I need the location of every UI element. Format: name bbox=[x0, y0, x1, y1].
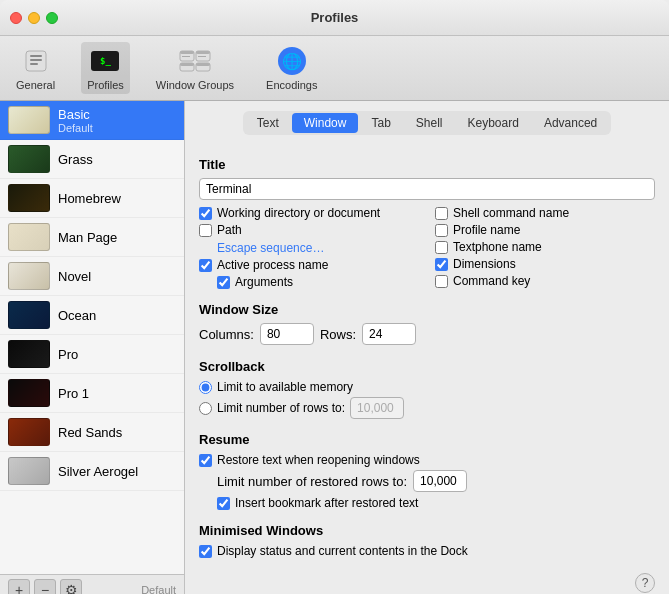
limit-memory-row: Limit to available memory bbox=[199, 380, 655, 394]
textphone-checkbox[interactable] bbox=[435, 241, 448, 254]
active-process-label: Active process name bbox=[217, 258, 328, 272]
title-right-col: Shell command name Profile name Textphon… bbox=[435, 206, 655, 292]
window-size-label: Window Size bbox=[199, 302, 655, 317]
working-directory-checkbox[interactable] bbox=[199, 207, 212, 220]
tab-tab[interactable]: Tab bbox=[359, 113, 402, 133]
tab-bar-inner: Text Window Tab Shell Keyboard Advanced bbox=[243, 111, 612, 135]
toolbar-general[interactable]: General bbox=[10, 42, 61, 94]
shell-command-checkbox[interactable] bbox=[435, 207, 448, 220]
dimensions-checkbox[interactable] bbox=[435, 258, 448, 271]
svg-rect-9 bbox=[198, 56, 206, 57]
command-key-label: Command key bbox=[453, 274, 530, 288]
shell-command-row: Shell command name bbox=[435, 206, 655, 220]
rows-input[interactable] bbox=[362, 323, 416, 345]
toolbar-profiles[interactable]: $_ Profiles bbox=[81, 42, 130, 94]
pro-thumb bbox=[8, 340, 50, 368]
textphone-row: Textphone name bbox=[435, 240, 655, 254]
restore-text-checkbox[interactable] bbox=[199, 454, 212, 467]
limit-rows-radio[interactable] bbox=[199, 402, 212, 415]
content-wrapper: Text Window Tab Shell Keyboard Advanced … bbox=[185, 101, 669, 594]
limit-memory-radio[interactable] bbox=[199, 381, 212, 394]
limit-rows-row: Limit number of rows to: bbox=[199, 397, 655, 419]
tab-shell[interactable]: Shell bbox=[404, 113, 455, 133]
limit-rows-input[interactable] bbox=[350, 397, 404, 419]
display-status-label: Display status and current contents in t… bbox=[217, 544, 468, 558]
close-button[interactable] bbox=[10, 12, 22, 24]
content-area: Text Window Tab Shell Keyboard Advanced … bbox=[185, 101, 669, 571]
limit-restored-label: Limit number of restored rows to: bbox=[217, 474, 407, 489]
sidebar-item-pro[interactable]: Pro bbox=[0, 335, 184, 374]
profile-name-row: Profile name bbox=[435, 223, 655, 237]
settings-button[interactable]: ⚙ bbox=[60, 579, 82, 594]
sidebar-item-homebrew[interactable]: Homebrew bbox=[0, 179, 184, 218]
homebrew-thumb bbox=[8, 184, 50, 212]
minimize-button[interactable] bbox=[28, 12, 40, 24]
tab-window[interactable]: Window bbox=[292, 113, 359, 133]
shell-command-label: Shell command name bbox=[453, 206, 569, 220]
toolbar-windowgroups[interactable]: Window Groups bbox=[150, 42, 240, 94]
escape-sequence-link[interactable]: Escape sequence… bbox=[217, 241, 324, 255]
insert-bookmark-checkbox[interactable] bbox=[217, 497, 230, 510]
svg-rect-1 bbox=[30, 55, 42, 57]
limit-memory-label: Limit to available memory bbox=[217, 380, 353, 394]
windowgroups-label: Window Groups bbox=[156, 79, 234, 91]
remove-profile-button[interactable]: − bbox=[34, 579, 56, 594]
display-status-checkbox[interactable] bbox=[199, 545, 212, 558]
escape-sequence-row: Escape sequence… bbox=[199, 240, 419, 258]
gear-icon bbox=[20, 45, 52, 77]
pro-name: Pro bbox=[58, 347, 78, 362]
restore-text-row: Restore text when reopening windows bbox=[199, 453, 655, 467]
working-directory-label: Working directory or document bbox=[217, 206, 380, 220]
redsands-thumb bbox=[8, 418, 50, 446]
columns-input[interactable] bbox=[260, 323, 314, 345]
sidebar-item-redsands[interactable]: Red Sands bbox=[0, 413, 184, 452]
command-key-checkbox[interactable] bbox=[435, 275, 448, 288]
redsands-name: Red Sands bbox=[58, 425, 122, 440]
sidebar-item-manpage[interactable]: Man Page bbox=[0, 218, 184, 257]
sidebar-item-novel[interactable]: Novel bbox=[0, 257, 184, 296]
profiles-icon: $_ bbox=[89, 45, 121, 77]
limit-restored-row: Limit number of restored rows to: bbox=[217, 470, 655, 492]
help-button[interactable]: ? bbox=[635, 573, 655, 593]
sidebar-item-pro1[interactable]: Pro 1 bbox=[0, 374, 184, 413]
sidebar-item-grass[interactable]: Grass bbox=[0, 140, 184, 179]
sidebar-footer: + − ⚙ Default bbox=[0, 574, 184, 594]
path-checkbox[interactable] bbox=[199, 224, 212, 237]
titlebar: Profiles bbox=[0, 0, 669, 36]
title-input[interactable] bbox=[199, 178, 655, 200]
grass-name: Grass bbox=[58, 152, 93, 167]
homebrew-name: Homebrew bbox=[58, 191, 121, 206]
toolbar-encodings[interactable]: 🌐 Encodings bbox=[260, 42, 323, 94]
profile-list: Basic Default Grass Homebrew Man P bbox=[0, 101, 184, 574]
resume-label: Resume bbox=[199, 432, 655, 447]
tab-text[interactable]: Text bbox=[245, 113, 291, 133]
main-area: Basic Default Grass Homebrew Man P bbox=[0, 101, 669, 594]
profiles-label: Profiles bbox=[87, 79, 124, 91]
display-status-row: Display status and current contents in t… bbox=[199, 544, 655, 558]
title-checkboxes: Working directory or document Path Escap… bbox=[199, 206, 655, 292]
sidebar-item-basic[interactable]: Basic Default bbox=[0, 101, 184, 140]
limit-restored-input[interactable] bbox=[413, 470, 467, 492]
scrollback-label: Scrollback bbox=[199, 359, 655, 374]
rows-label: Rows: bbox=[320, 327, 356, 342]
add-profile-button[interactable]: + bbox=[8, 579, 30, 594]
arguments-checkbox[interactable] bbox=[217, 276, 230, 289]
tab-advanced[interactable]: Advanced bbox=[532, 113, 609, 133]
minimised-label: Minimised Windows bbox=[199, 523, 655, 538]
svg-rect-13 bbox=[196, 63, 210, 66]
profile-name-checkbox[interactable] bbox=[435, 224, 448, 237]
pro1-name: Pro 1 bbox=[58, 386, 89, 401]
tab-keyboard[interactable]: Keyboard bbox=[456, 113, 531, 133]
active-process-checkbox[interactable] bbox=[199, 259, 212, 272]
title-left-col: Working directory or document Path Escap… bbox=[199, 206, 419, 292]
dimensions-row: Dimensions bbox=[435, 257, 655, 271]
sidebar-item-ocean[interactable]: Ocean bbox=[0, 296, 184, 335]
svg-rect-2 bbox=[30, 59, 42, 61]
textphone-label: Textphone name bbox=[453, 240, 542, 254]
sidebar-item-silveraerogel[interactable]: Silver Aerogel bbox=[0, 452, 184, 491]
maximize-button[interactable] bbox=[46, 12, 58, 24]
active-process-row: Active process name bbox=[199, 258, 419, 272]
manpage-thumb bbox=[8, 223, 50, 251]
ocean-name: Ocean bbox=[58, 308, 96, 323]
default-label: Default bbox=[141, 584, 176, 594]
